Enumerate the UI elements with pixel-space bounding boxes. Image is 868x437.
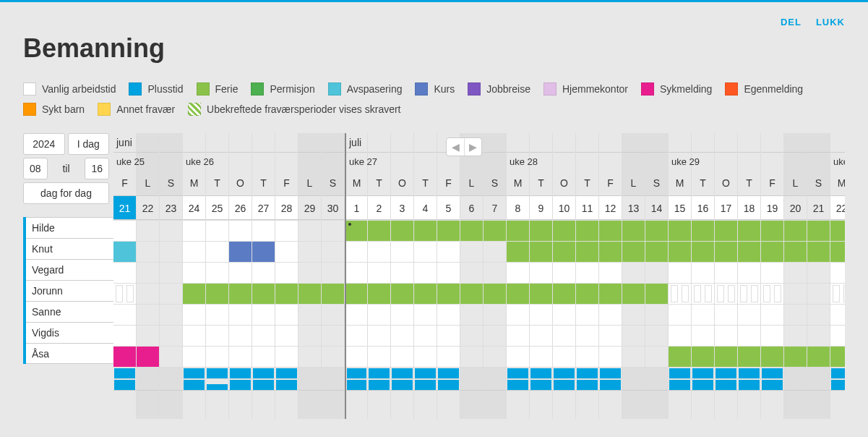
- schedule-cell[interactable]: [669, 241, 691, 262]
- schedule-cell[interactable]: [599, 304, 622, 325]
- schedule-cell[interactable]: [113, 283, 136, 304]
- schedule-cell[interactable]: [784, 283, 807, 304]
- schedule-cell[interactable]: [507, 325, 529, 346]
- date-cell[interactable]: 8: [507, 195, 529, 220]
- schedule-cell[interactable]: [298, 346, 321, 367]
- schedule-cell[interactable]: [484, 346, 506, 367]
- schedule-cell[interactable]: [346, 325, 367, 346]
- schedule-cell[interactable]: [484, 262, 506, 283]
- schedule-cell[interactable]: [599, 283, 622, 304]
- schedule-cell[interactable]: [645, 262, 668, 283]
- schedule-cell[interactable]: [669, 325, 691, 346]
- schedule-cell[interactable]: [368, 262, 390, 283]
- schedule-cell[interactable]: [761, 241, 783, 262]
- schedule-cell[interactable]: [437, 283, 460, 304]
- date-cell[interactable]: 28: [275, 195, 298, 220]
- schedule-cell[interactable]: [414, 262, 437, 283]
- schedule-cell[interactable]: [622, 283, 645, 304]
- schedule-cell[interactable]: [622, 241, 645, 262]
- schedule-cell[interactable]: [830, 346, 845, 367]
- schedule-cell[interactable]: [576, 241, 598, 262]
- schedule-cell[interactable]: [576, 220, 598, 241]
- date-cell[interactable]: 9: [530, 195, 552, 220]
- schedule-cell[interactable]: [484, 304, 506, 325]
- schedule-cell[interactable]: [692, 283, 714, 304]
- schedule-cell[interactable]: [368, 325, 390, 346]
- schedule-cell[interactable]: [692, 220, 714, 241]
- schedule-cell[interactable]: [830, 262, 845, 283]
- schedule-cell[interactable]: [692, 346, 714, 367]
- schedule-cell[interactable]: [715, 220, 737, 241]
- schedule-cell[interactable]: [460, 220, 483, 241]
- date-cell[interactable]: 18: [738, 195, 760, 220]
- date-cell[interactable]: 30: [322, 195, 344, 220]
- schedule-cell[interactable]: [715, 304, 737, 325]
- schedule-cell[interactable]: [553, 346, 575, 367]
- schedule-cell[interactable]: [368, 283, 390, 304]
- date-cell[interactable]: 12: [599, 195, 622, 220]
- date-cell[interactable]: 21: [807, 195, 830, 220]
- today-button[interactable]: I dag: [68, 133, 110, 155]
- schedule-cell[interactable]: [507, 283, 529, 304]
- schedule-cell[interactable]: [738, 304, 760, 325]
- schedule-cell[interactable]: [346, 304, 367, 325]
- schedule-cell[interactable]: [229, 241, 252, 262]
- schedule-cell[interactable]: [113, 304, 136, 325]
- close-link[interactable]: LUKK: [816, 17, 845, 27]
- schedule-cell[interactable]: [530, 283, 552, 304]
- schedule-cell[interactable]: [368, 241, 390, 262]
- schedule-cell[interactable]: [275, 262, 298, 283]
- schedule-cell[interactable]: [738, 325, 760, 346]
- schedule-cell[interactable]: [807, 283, 830, 304]
- schedule-cell[interactable]: [113, 346, 136, 367]
- day-by-day-button[interactable]: dag for dag: [23, 182, 109, 204]
- schedule-cell[interactable]: [391, 325, 413, 346]
- schedule-cell[interactable]: [761, 283, 783, 304]
- schedule-cell[interactable]: [761, 346, 783, 367]
- schedule-cell[interactable]: [530, 262, 552, 283]
- schedule-cell[interactable]: [830, 283, 845, 304]
- date-cell[interactable]: 24: [183, 195, 205, 220]
- schedule-cell[interactable]: [530, 325, 552, 346]
- schedule-cell[interactable]: [645, 220, 668, 241]
- date-cell[interactable]: 22: [137, 195, 159, 220]
- schedule-cell[interactable]: [576, 283, 598, 304]
- schedule-cell[interactable]: [715, 241, 737, 262]
- schedule-cell[interactable]: [113, 220, 136, 241]
- from-hour[interactable]: 08: [23, 158, 48, 179]
- schedule-cell[interactable]: [784, 241, 807, 262]
- schedule-cell[interactable]: [645, 283, 668, 304]
- schedule-cell[interactable]: [298, 325, 321, 346]
- date-cell[interactable]: 2: [368, 195, 390, 220]
- schedule-cell[interactable]: [368, 346, 390, 367]
- schedule-cell[interactable]: [346, 262, 367, 283]
- schedule-cell[interactable]: [830, 304, 845, 325]
- date-cell[interactable]: 22: [830, 195, 845, 220]
- schedule-cell[interactable]: [692, 304, 714, 325]
- schedule-cell[interactable]: [622, 346, 645, 367]
- person-name[interactable]: Hilde: [26, 217, 113, 238]
- schedule-cell[interactable]: [298, 220, 321, 241]
- schedule-cell[interactable]: [206, 325, 228, 346]
- schedule-cell[interactable]: [298, 241, 321, 262]
- schedule-cell[interactable]: [553, 220, 575, 241]
- schedule-cell[interactable]: [830, 325, 845, 346]
- schedule-cell[interactable]: [807, 346, 830, 367]
- date-cell[interactable]: 16: [692, 195, 714, 220]
- schedule-cell[interactable]: [715, 283, 737, 304]
- schedule-cell[interactable]: [437, 325, 460, 346]
- schedule-cell[interactable]: [738, 262, 760, 283]
- schedule-cell[interactable]: [322, 325, 344, 346]
- schedule-cell[interactable]: [507, 241, 529, 262]
- schedule-cell[interactable]: [576, 262, 598, 283]
- schedule-cell[interactable]: [807, 220, 830, 241]
- schedule-cell[interactable]: [414, 325, 437, 346]
- date-cell[interactable]: 14: [645, 195, 668, 220]
- schedule-cell[interactable]: [460, 262, 483, 283]
- schedule-cell[interactable]: [160, 241, 182, 262]
- schedule-cell[interactable]: [275, 283, 298, 304]
- schedule-cell[interactable]: [183, 304, 205, 325]
- schedule-cell[interactable]: [160, 325, 182, 346]
- schedule-cell[interactable]: [391, 304, 413, 325]
- schedule-cell[interactable]: [669, 346, 691, 367]
